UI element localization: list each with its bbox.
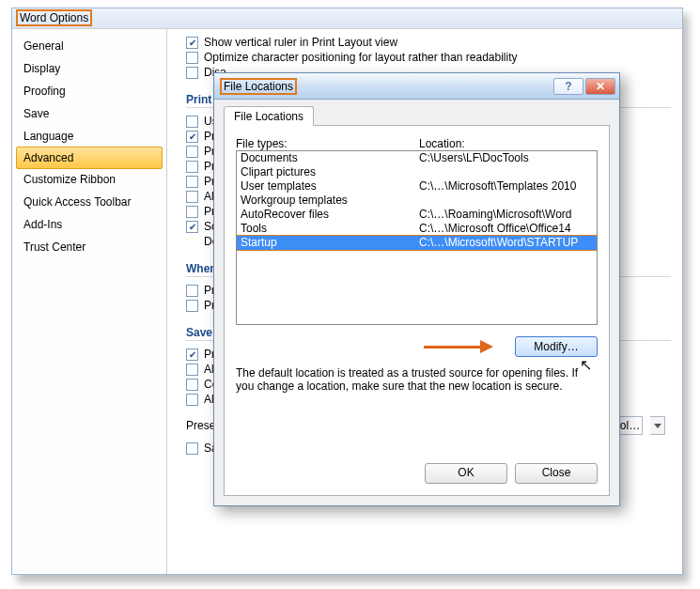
list-item-location bbox=[419, 194, 593, 208]
sidebar-item-advanced[interactable]: Advanced bbox=[16, 147, 163, 169]
checkbox[interactable] bbox=[186, 161, 198, 173]
list-item[interactable]: AutoRecover filesC:\…\Roaming\Microsoft\… bbox=[237, 208, 597, 222]
sidebar-item-save[interactable]: Save bbox=[12, 102, 166, 125]
list-item[interactable]: StartupC:\…\Microsoft\Word\STARTUP bbox=[237, 236, 597, 250]
checkbox[interactable] bbox=[186, 146, 198, 158]
file-locations-dialog: File Locations ? ✕ File Locations File t… bbox=[213, 72, 620, 506]
checkbox[interactable] bbox=[186, 131, 198, 143]
dialog-title: File Locations bbox=[222, 80, 295, 93]
sidebar-item-customize-ribbon[interactable]: Customize Ribbon bbox=[12, 168, 166, 191]
column-header-types: File types: bbox=[236, 137, 419, 150]
list-item-type: Documents bbox=[241, 151, 419, 165]
tab-file-locations[interactable]: File Locations bbox=[224, 106, 314, 126]
list-item[interactable]: DocumentsC:\Users\LF\DocTools bbox=[237, 151, 597, 165]
document-select-dropdown[interactable] bbox=[650, 416, 665, 435]
sidebar-item-trust-center[interactable]: Trust Center bbox=[12, 236, 166, 258]
ok-button[interactable]: OK bbox=[425, 463, 507, 484]
list-item-location bbox=[419, 165, 593, 179]
file-locations-listbox[interactable]: DocumentsC:\Users\LF\DocToolsClipart pic… bbox=[236, 150, 598, 325]
option-label: Show vertical ruler in Print Layout view bbox=[204, 36, 397, 49]
list-item-type: AutoRecover files bbox=[241, 208, 419, 222]
list-item[interactable]: Workgroup templates bbox=[237, 194, 597, 208]
list-item-location: C:\…\Microsoft Office\Office14 bbox=[419, 222, 593, 236]
checkbox[interactable] bbox=[186, 37, 198, 49]
checkbox[interactable] bbox=[186, 379, 198, 391]
list-item-location: C:\Users\LF\DocTools bbox=[419, 151, 593, 165]
sidebar-item-display[interactable]: Display bbox=[12, 57, 166, 80]
close-dialog-button[interactable]: Close bbox=[515, 463, 598, 484]
list-item-type: Tools bbox=[241, 222, 419, 236]
list-item-location: C:\…\Microsoft\Templates 2010 bbox=[419, 179, 593, 194]
sidebar-item-quick-access-toolbar[interactable]: Quick Access Toolbar bbox=[12, 191, 166, 213]
close-button[interactable]: ✕ bbox=[585, 78, 615, 95]
list-item[interactable]: ToolsC:\…\Microsoft Office\Office14 bbox=[237, 222, 597, 236]
checkbox[interactable] bbox=[186, 442, 198, 455]
checkbox[interactable] bbox=[186, 364, 198, 376]
checkbox[interactable] bbox=[186, 206, 198, 218]
list-item-location: C:\…\Roaming\Microsoft\Word bbox=[419, 208, 593, 222]
modify-button[interactable]: Modify… bbox=[515, 336, 598, 357]
list-item-type: Clipart pictures bbox=[241, 165, 419, 179]
checkbox[interactable] bbox=[186, 52, 198, 64]
column-header-location: Location: bbox=[419, 137, 465, 150]
checkbox[interactable] bbox=[186, 285, 198, 297]
option-label: Optimize character positioning for layou… bbox=[204, 51, 518, 64]
dialog-note: The default location is treated as a tru… bbox=[236, 366, 598, 393]
list-item-type: Startup bbox=[241, 236, 419, 250]
word-options-titlebar: Word Options bbox=[12, 8, 682, 29]
sidebar-item-language[interactable]: Language bbox=[12, 125, 166, 147]
checkbox[interactable] bbox=[186, 116, 198, 128]
list-item-type: User templates bbox=[241, 179, 419, 194]
checkbox[interactable] bbox=[186, 176, 198, 188]
sidebar-item-proofing[interactable]: Proofing bbox=[12, 80, 166, 102]
list-item[interactable]: Clipart pictures bbox=[237, 165, 597, 179]
option-row: Show vertical ruler in Print Layout view bbox=[186, 35, 671, 50]
sidebar-item-add-ins[interactable]: Add-Ins bbox=[12, 213, 166, 236]
checkbox[interactable] bbox=[186, 191, 198, 203]
checkbox[interactable] bbox=[186, 349, 198, 361]
checkbox[interactable] bbox=[186, 67, 198, 79]
help-button[interactable]: ? bbox=[553, 78, 583, 95]
list-item-location: C:\…\Microsoft\Word\STARTUP bbox=[419, 236, 593, 250]
list-item-type: Workgroup templates bbox=[241, 194, 419, 208]
checkbox[interactable] bbox=[186, 394, 198, 406]
sidebar-item-general[interactable]: General bbox=[12, 35, 166, 57]
options-sidebar: GeneralDisplayProofingSaveLanguageAdvanc… bbox=[12, 29, 167, 574]
chevron-down-icon bbox=[654, 424, 661, 428]
option-row: Optimize character positioning for layou… bbox=[186, 50, 671, 65]
dialog-titlebar[interactable]: File Locations ? ✕ bbox=[214, 73, 619, 100]
checkbox[interactable] bbox=[186, 221, 198, 233]
list-item[interactable]: User templatesC:\…\Microsoft\Templates 2… bbox=[237, 179, 597, 194]
word-options-title: Word Options bbox=[18, 11, 90, 24]
checkbox[interactable] bbox=[186, 300, 198, 312]
